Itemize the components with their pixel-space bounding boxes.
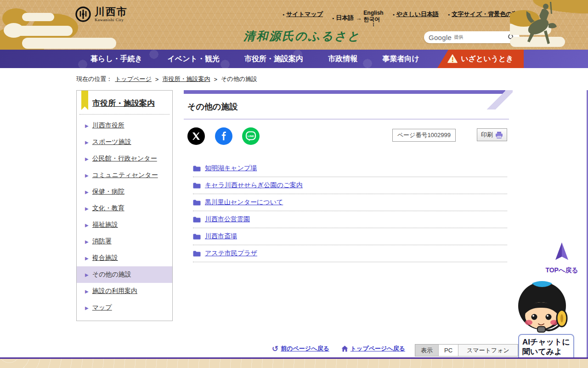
facility-link[interactable]: 川西市公営霊園 — [205, 215, 250, 224]
view-label: 表示 — [415, 345, 438, 356]
easy-japanese-link[interactable]: やさしい日本語 — [396, 10, 439, 18]
city-name-en: Kawanishi City — [95, 18, 128, 22]
facility-link[interactable]: 川西市斎場 — [205, 232, 237, 241]
facility-link-list: 知明湖キャンプ場 キセラ川西せせらぎ公園のご案内 黒川里山センターについて 川西… — [193, 160, 507, 262]
view-pc-button[interactable]: PC — [438, 345, 458, 356]
back-to-top-button[interactable]: TOPへ戻る — [545, 242, 579, 275]
nav-emergency-label: いざというとき — [461, 54, 514, 64]
utility-links: サイトマップ 日本語 → English 한국어 ⋮ やさしい日本語 文字サイズ… — [283, 10, 524, 26]
sidebar-item-usage-guide[interactable]: ▶施設の利用案内 — [77, 283, 172, 299]
sidebar-item-sports[interactable]: ▶スポーツ施設 — [77, 134, 172, 150]
home-icon — [341, 345, 348, 352]
page: 川西市 Kawanishi City サイトマップ 日本語 → English … — [0, 0, 588, 368]
facility-link[interactable]: 知明湖キャンプ場 — [205, 164, 257, 172]
chevron-right-icon: ▶ — [85, 239, 89, 244]
printer-icon — [495, 132, 503, 138]
list-item: 川西市公営霊園 — [193, 211, 507, 228]
undo-arrow-icon: ↺ — [272, 345, 278, 353]
top-page-link[interactable]: トップページへ戻る — [341, 345, 405, 353]
site-header: 川西市 Kawanishi City サイトマップ 日本語 → English … — [0, 0, 588, 51]
breadcrumb: 現在の位置： トップページ > 市役所・施設案内 > その他の施設 — [76, 75, 257, 83]
mascot-character — [514, 281, 573, 335]
search-provider: Google — [429, 34, 452, 41]
svg-text:LINE: LINE — [248, 134, 254, 138]
nav-item-events[interactable]: イベント・観光 — [167, 54, 220, 64]
list-item: キセラ川西せせらぎ公園のご案内 — [193, 177, 507, 194]
language-english[interactable]: English — [363, 10, 383, 17]
sidebar-item-map[interactable]: ▶マップ — [77, 299, 172, 316]
footer-top-strip — [0, 357, 588, 368]
folder-icon — [193, 234, 201, 240]
chevron-right-icon: ▶ — [85, 173, 89, 178]
chevron-right-icon: ▶ — [85, 256, 89, 261]
breadcrumb-cityhall-link[interactable]: 市役所・施設案内 — [162, 75, 210, 83]
sitemap-link[interactable]: サイトマップ — [286, 10, 323, 18]
ai-chat-mascot[interactable]: AIチャットに 聞いてみよう！ — [514, 281, 573, 337]
folder-icon — [193, 166, 201, 172]
ribbon-bookmark-icon — [81, 91, 88, 110]
title-underline — [184, 119, 509, 120]
statue-image — [510, 0, 570, 49]
facility-link[interactable]: キセラ川西せせらぎ公園のご案内 — [205, 181, 303, 190]
folder-icon — [193, 217, 201, 223]
list-item: 川西市斎場 — [193, 228, 507, 245]
language-current: 日本語 — [336, 14, 354, 22]
view-mode-toggle: 表示 PC スマートフォン — [415, 344, 518, 356]
page-title: その他の施設 — [187, 101, 513, 112]
sidebar-item-health[interactable]: ▶保健・病院 — [77, 184, 172, 200]
facebook-share-icon[interactable] — [215, 127, 232, 145]
sidebar-item-welfare[interactable]: ▶福祉施設 — [77, 217, 172, 233]
warning-icon — [447, 54, 458, 63]
language-more-icon: ⋮ — [371, 23, 376, 26]
nav-item-cityinfo[interactable]: 市政情報 — [328, 54, 357, 64]
up-arrow-icon — [555, 242, 569, 261]
city-tagline: 清和源氏のふるさと — [243, 29, 361, 44]
sidebar-item-community-hall[interactable]: ▶公民館・行政センター — [77, 150, 172, 167]
line-share-icon[interactable]: LINE — [242, 127, 260, 145]
chevron-right-icon: ▶ — [85, 289, 89, 294]
sidebar-item-cityoffice[interactable]: ▶川西市役所 — [77, 117, 172, 134]
list-item: 黒川里山センターについて — [193, 194, 507, 211]
folder-icon — [193, 251, 201, 257]
chevron-right-icon: ▶ — [85, 156, 89, 161]
search-input[interactable]: Google 提供 — [424, 31, 520, 43]
city-emblem-icon — [75, 6, 91, 22]
folder-icon — [193, 183, 201, 189]
ribbon-fold-decoration — [487, 90, 513, 109]
language-selector[interactable]: 日本語 → English 한국어 ⋮ — [332, 10, 384, 26]
previous-page-link[interactable]: ↺ 前のページへ戻る — [272, 345, 329, 353]
chevron-right-icon: ▶ — [85, 206, 89, 211]
chevron-right-icon: ▶ — [85, 123, 89, 128]
sidebar-separator — [79, 114, 170, 115]
list-item: アステ市民プラザ — [193, 245, 507, 262]
view-smartphone-button[interactable]: スマートフォン — [458, 345, 518, 356]
city-logo[interactable]: 川西市 Kawanishi City — [75, 6, 128, 22]
x-twitter-share-icon[interactable] — [187, 127, 205, 145]
footer-nav: ↺ 前のページへ戻る トップページへ戻る — [272, 345, 405, 353]
page-number: ページ番号1002999 — [392, 129, 456, 142]
breadcrumb-current: その他の施設 — [221, 75, 257, 83]
sidebar-item-community-center[interactable]: ▶コミュニティセンター — [77, 167, 172, 184]
sidebar: 市役所・施設案内 ▶川西市役所 ▶スポーツ施設 ▶公民館・行政センター ▶コミュ… — [76, 90, 173, 321]
chevron-right-icon: ▶ — [85, 140, 89, 145]
sidebar-item-culture[interactable]: ▶文化・教育 — [77, 200, 172, 217]
breadcrumb-home-link[interactable]: トップページ — [115, 75, 152, 83]
list-item: 知明湖キャンプ場 — [193, 160, 507, 177]
language-arrow: → — [356, 15, 362, 22]
sidebar-item-complex[interactable]: ▶複合施設 — [77, 250, 172, 266]
city-name: 川西市 — [95, 7, 128, 17]
facility-link[interactable]: アステ市民プラザ — [205, 249, 257, 258]
main-navigation: 暮らし・手続き イベント・観光 市役所・施設案内 市政情報 事業者向け いざとい… — [0, 50, 588, 68]
nav-item-business[interactable]: 事業者向け — [382, 54, 419, 64]
sidebar-item-fire[interactable]: ▶消防署 — [77, 233, 172, 250]
sidebar-title-link[interactable]: 市役所・施設案内 — [92, 99, 155, 108]
nav-item-cityhall[interactable]: 市役所・施設案内 — [244, 54, 303, 64]
chevron-right-icon: ▶ — [85, 190, 89, 195]
breadcrumb-prefix: 現在の位置： — [76, 75, 112, 83]
nav-item-emergency[interactable]: いざというとき — [437, 50, 524, 68]
facility-link[interactable]: 黒川里山センターについて — [205, 198, 283, 207]
print-button[interactable]: 印刷 — [477, 128, 507, 141]
sidebar-item-other-current[interactable]: ▶その他の施設 — [77, 266, 172, 283]
search-provided-label: 提供 — [454, 34, 508, 40]
nav-item-living[interactable]: 暮らし・手続き — [90, 54, 142, 64]
